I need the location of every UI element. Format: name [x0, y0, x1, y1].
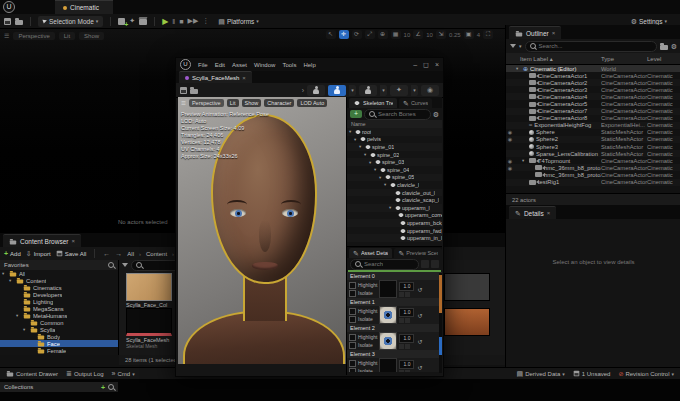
collections-header[interactable]: Collections + [0, 382, 118, 392]
lit-menu[interactable]: Lit [227, 99, 239, 107]
save-icon[interactable] [180, 87, 187, 94]
outliner-row[interactable]: ◉ Sphere2 StaticMeshActor Cinematic [506, 136, 680, 143]
window-title-bar[interactable]: U File Edit Asset Window Tools Help – ◻ … [176, 58, 443, 71]
expander-icon[interactable]: ▾ [364, 152, 369, 157]
grid-snap-value[interactable]: 10 [404, 32, 411, 38]
element-value[interactable]: 1.0 [399, 282, 414, 291]
unsaved-button[interactable]: 1 Unsaved [573, 370, 611, 377]
character-menu[interactable]: Character [264, 99, 294, 107]
tab-details[interactable]: ✎ Details × [509, 206, 556, 219]
mini-button[interactable] [399, 318, 404, 323]
bone-row[interactable]: upperarm_fwd_l [347, 227, 442, 235]
camera-speed-icon[interactable]: ▣ [464, 30, 474, 39]
bone-search-input[interactable]: Search Bones [364, 109, 431, 120]
scale-snap-value[interactable]: 0.25 [449, 32, 461, 38]
folder-row[interactable]: Lighting [0, 298, 118, 305]
outliner-row[interactable]: ◉ CineCameraActor3 CineCameraActor Cinem… [506, 86, 680, 93]
folder-row[interactable]: ▾ MetaHumans [0, 312, 118, 319]
level-tab[interactable]: Cinematic [55, 0, 113, 15]
expander-icon[interactable]: ▾ [374, 167, 379, 172]
hamburger-icon[interactable]: ☰ [181, 100, 186, 106]
mini-button[interactable] [405, 292, 410, 297]
element-value[interactable]: 1.0 [399, 334, 414, 343]
close-icon[interactable]: × [547, 210, 551, 216]
reset-icon[interactable]: ↺ [417, 312, 422, 319]
cinematics-icon[interactable] [139, 19, 147, 25]
material-thumbnail[interactable] [379, 306, 397, 324]
filter-icon[interactable] [510, 44, 516, 48]
details-scrollbar[interactable] [439, 273, 442, 373]
highlight-checkbox[interactable] [349, 308, 356, 315]
lod-menu[interactable]: LOD Auto [297, 99, 327, 107]
folder-row[interactable]: ▾ Scylla [0, 326, 118, 333]
folder-row[interactable]: MegaScans [0, 305, 118, 312]
close-icon[interactable]: × [71, 238, 75, 244]
camera-speed-value[interactable]: 4 [477, 32, 480, 38]
breadcrumb-all[interactable]: All [127, 251, 134, 257]
grid-snap-icon[interactable]: ▦ [391, 30, 401, 39]
bone-row[interactable]: ▾ root [347, 128, 442, 136]
outliner-row[interactable]: ◉ CineCameraActor2 CineCameraActor Cinem… [506, 79, 680, 86]
import-button[interactable]: ⇩Import [26, 249, 51, 258]
menu-window[interactable]: Window [254, 62, 275, 68]
chevron-icon[interactable]: › [302, 87, 304, 94]
menu-help[interactable]: Help [303, 62, 315, 68]
highlight-checkbox[interactable] [349, 360, 356, 367]
close-icon[interactable]: × [435, 61, 439, 69]
tab-skeleton-tree[interactable]: Skeleton Tree [349, 98, 397, 108]
add-bone-button[interactable]: + [350, 110, 362, 118]
outliner-row[interactable]: ◉ Sphere StaticMeshActor Cinematic [506, 129, 680, 136]
add-button[interactable]: +Add [4, 250, 21, 257]
folder-row[interactable]: Developers [0, 291, 118, 298]
tab-face-mesh-asset[interactable]: Scylla_FaceMesh × [179, 71, 252, 83]
expander-icon[interactable]: ▾ [354, 137, 359, 142]
physics-mode-button[interactable]: ◉ [421, 85, 439, 96]
persona-viewport[interactable]: ☰ Perspective Lit Show Character LOD Aut… [178, 97, 346, 364]
asset-tile[interactable]: Scylla_Face_Col [126, 273, 172, 308]
mini-button[interactable] [399, 344, 404, 349]
visibility-eye-icon[interactable]: ◉ [506, 158, 514, 164]
material-thumbnail[interactable] [379, 358, 397, 372]
add-collection-icon[interactable]: + [101, 384, 105, 391]
close-icon[interactable]: × [242, 75, 246, 81]
derived-data-button[interactable]: ▤ Derived Data ▾ [517, 369, 565, 378]
isolate-checkbox[interactable] [349, 316, 356, 323]
outliner-row[interactable]: ◉ CineCameraActor7 CineCameraActor Cinem… [506, 108, 680, 115]
tab-asset-details[interactable]: ✎ Asset Details [349, 248, 392, 258]
reset-icon[interactable]: ↺ [417, 338, 422, 345]
world-space-icon[interactable]: ⊕ [378, 30, 388, 39]
details-search-input[interactable]: Search [350, 259, 419, 270]
outliner-row[interactable]: ◉ ▾ Cinematic (Editor) World [506, 65, 680, 72]
breadcrumb-content[interactable]: Content [146, 251, 167, 257]
isolate-checkbox[interactable] [349, 368, 356, 373]
list-view-icon[interactable] [431, 260, 439, 268]
menu-file[interactable]: File [198, 62, 208, 68]
folder-row[interactable]: ▾ All [0, 270, 118, 277]
bone-row[interactable]: upperarm_in_l [347, 234, 442, 242]
selection-mode-button[interactable]: Selection Mode ▾ [38, 16, 103, 27]
show-menu[interactable]: Show [79, 32, 104, 40]
scale-snap-icon[interactable]: ⇲ [436, 30, 446, 39]
outliner-row[interactable]: ◉ Sparse_LensCalibration StaticMeshActor… [506, 150, 680, 157]
highlight-checkbox[interactable] [349, 282, 356, 289]
browse-icon[interactable] [15, 20, 23, 25]
expander-icon[interactable]: ▾ [389, 205, 394, 210]
highlight-checkbox[interactable] [349, 334, 356, 341]
menu-tools[interactable]: Tools [282, 62, 296, 68]
skeleton-mode-button[interactable] [307, 85, 325, 96]
outliner-row[interactable]: ◉ CineCameraActor5 CineCameraActor Cinem… [506, 100, 680, 107]
show-menu[interactable]: Show [242, 99, 262, 107]
asset-tile[interactable] [444, 308, 490, 336]
bone-row[interactable]: clavicle_out_l [347, 189, 442, 197]
animation-mode-button[interactable] [359, 85, 377, 96]
menu-asset[interactable]: Asset [232, 62, 247, 68]
material-thumbnail[interactable] [379, 280, 397, 298]
expander-icon[interactable]: ▾ [349, 129, 354, 134]
save-icon[interactable] [4, 18, 11, 25]
outliner-row[interactable]: ◉ ▾ T4Topmount CineCameraActor Cinematic [506, 157, 680, 164]
material-thumbnail[interactable] [379, 332, 397, 350]
mini-button[interactable] [405, 344, 410, 349]
folder-row[interactable]: Face [0, 340, 118, 347]
close-icon[interactable]: × [552, 30, 556, 36]
bone-row[interactable]: ▾ clavicle_l [347, 181, 442, 189]
